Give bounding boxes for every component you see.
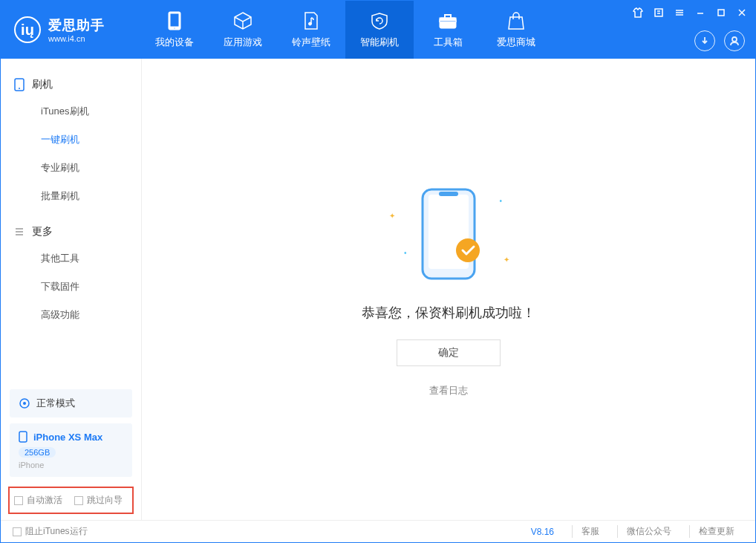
refresh-shield-icon	[369, 10, 390, 31]
feedback-icon[interactable]	[650, 5, 668, 20]
sidebar-item-onekey-flash[interactable]: 一键刷机	[1, 126, 141, 154]
highlighted-options: 自动激活 跳过向导	[8, 487, 134, 514]
success-message: 恭喜您，保资料刷机成功啦！	[362, 304, 535, 322]
checkbox-icon	[74, 496, 83, 505]
sidebar-section-more: 更多	[1, 219, 141, 244]
sidebar-section-flash: 刷机	[1, 72, 141, 97]
phone-icon	[164, 10, 185, 31]
device-info-box[interactable]: iPhone XS Max 256GB iPhone	[10, 423, 132, 477]
bag-icon	[506, 10, 527, 31]
toolbox-icon	[437, 10, 458, 31]
sidebar-item-other-tools[interactable]: 其他工具	[1, 244, 141, 273]
nav-smart-flash[interactable]: 智能刷机	[345, 1, 414, 59]
svg-rect-7	[655, 9, 662, 16]
nav-apps-games[interactable]: 应用游戏	[209, 1, 277, 59]
device-panel: 正常模式 iPhone XS Max 256GB iPhone	[10, 389, 132, 477]
tshirt-icon[interactable]	[629, 5, 647, 20]
music-file-icon	[301, 10, 322, 31]
app-header: ių 爱思助手 www.i4.cn 我的设备 应用游戏 铃声壁纸 智能刷机 工具…	[1, 1, 755, 59]
device-icon	[19, 431, 27, 443]
sidebar-item-download-firmware[interactable]: 下载固件	[1, 273, 141, 301]
svg-point-2	[174, 27, 175, 29]
svg-point-29	[456, 238, 480, 262]
footer-link-wechat[interactable]: 微信公众号	[617, 525, 680, 538]
app-title: 爱思助手	[48, 16, 105, 34]
body-area: 刷机 iTunes刷机 一键刷机 专业刷机 批量刷机 更多 其他工具 下载固件 …	[1, 59, 755, 520]
footer-bar: 阻止iTunes运行 V8.16 客服 微信公众号 检查更新	[1, 520, 755, 542]
main-content: ✦ • • ✦ 恭喜您，保资料刷机成功啦！ 确定 查看日志	[142, 59, 755, 520]
view-log-link[interactable]: 查看日志	[429, 384, 468, 397]
skip-guide-checkbox[interactable]: 跳过向导	[74, 494, 123, 507]
sidebar-item-advanced[interactable]: 高级功能	[1, 301, 141, 329]
check-badge-icon	[454, 237, 481, 264]
nav-ringtone-wallpaper[interactable]: 铃声壁纸	[277, 1, 345, 59]
svg-rect-6	[440, 21, 456, 22]
nav-store[interactable]: 爱思商城	[482, 1, 550, 59]
close-button[interactable]	[733, 5, 751, 20]
minimize-button[interactable]	[691, 5, 709, 20]
device-mode-box[interactable]: 正常模式	[10, 389, 132, 417]
footer-link-support[interactable]: 客服	[572, 525, 608, 538]
user-button[interactable]	[724, 30, 745, 51]
block-itunes-checkbox[interactable]: 阻止iTunes运行	[13, 525, 88, 538]
success-illustration: ✦ • • ✦	[374, 182, 523, 286]
list-icon	[14, 227, 25, 237]
sidebar-item-batch-flash[interactable]: 批量刷机	[1, 182, 141, 210]
svg-point-3	[309, 22, 312, 25]
menu-icon[interactable]	[671, 5, 688, 20]
ok-button[interactable]: 确定	[397, 339, 501, 366]
download-button[interactable]	[694, 30, 715, 51]
titlebar-controls	[629, 5, 751, 20]
maximize-button[interactable]	[712, 5, 730, 20]
footer-link-update[interactable]: 检查更新	[689, 525, 743, 538]
version-label: V8.16	[531, 527, 563, 537]
mode-icon	[19, 397, 30, 409]
sidebar: 刷机 iTunes刷机 一键刷机 专业刷机 批量刷机 更多 其他工具 下载固件 …	[1, 59, 142, 520]
app-subtitle: www.i4.cn	[48, 34, 105, 43]
phone-small-icon	[14, 78, 25, 91]
svg-rect-14	[718, 10, 724, 16]
svg-rect-28	[439, 192, 458, 196]
svg-rect-1	[170, 13, 179, 27]
device-type: iPhone	[19, 461, 123, 469]
svg-point-24	[23, 402, 26, 405]
sidebar-item-itunes-flash[interactable]: iTunes刷机	[1, 97, 141, 126]
auto-activate-checkbox[interactable]: 自动激活	[14, 494, 62, 507]
svg-point-17	[732, 37, 737, 42]
nav-toolbox[interactable]: 工具箱	[414, 1, 482, 59]
cube-icon	[232, 10, 253, 31]
header-right-buttons	[694, 30, 745, 51]
checkbox-icon	[14, 496, 23, 505]
sidebar-item-pro-flash[interactable]: 专业刷机	[1, 154, 141, 182]
device-capacity: 256GB	[19, 447, 56, 458]
svg-rect-25	[19, 432, 27, 442]
logo-area: ių 爱思助手 www.i4.cn	[14, 16, 140, 43]
logo-icon: ių	[14, 16, 41, 43]
main-nav: 我的设备 应用游戏 铃声壁纸 智能刷机 工具箱 爱思商城	[140, 1, 550, 59]
checkbox-icon	[13, 527, 22, 536]
nav-my-device[interactable]: 我的设备	[140, 1, 209, 59]
svg-point-19	[19, 88, 20, 89]
